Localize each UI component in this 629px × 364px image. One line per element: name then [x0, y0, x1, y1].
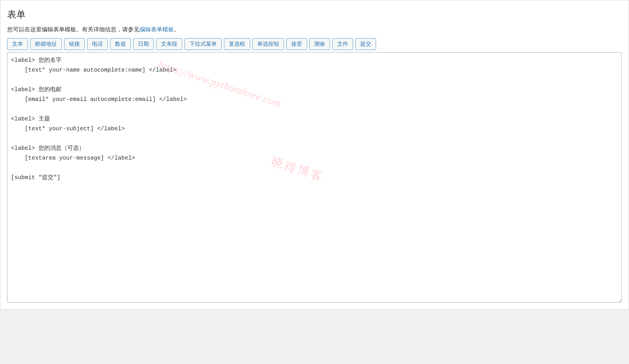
tag-button-file[interactable]: 文件	[332, 38, 353, 50]
description-prefix: 您可以在这里编辑表单模板。有关详细信息，请参见	[7, 26, 139, 32]
tag-button-email[interactable]: 邮箱地址	[30, 38, 62, 50]
tag-button-textarea[interactable]: 文本段	[156, 38, 182, 50]
form-template-textarea[interactable]	[7, 52, 622, 302]
tag-button-quiz[interactable]: 测验	[309, 38, 330, 50]
tag-button-number[interactable]: 数值	[110, 38, 131, 50]
tag-button-radio[interactable]: 单选按钮	[252, 38, 284, 50]
description-suffix: 。	[174, 26, 180, 32]
tag-button-checkbox[interactable]: 复选框	[224, 38, 250, 50]
panel-heading: 表单	[7, 8, 622, 21]
panel-description: 您可以在这里编辑表单模板。有关详细信息，请参见编辑表单模板。	[7, 25, 622, 34]
tag-button-submit[interactable]: 提交	[355, 38, 376, 50]
tag-button-url[interactable]: 链接	[64, 38, 85, 50]
form-editor-panel: 表单 您可以在这里编辑表单模板。有关详细信息，请参见编辑表单模板。 文本 邮箱地…	[0, 0, 629, 310]
tag-button-select[interactable]: 下拉式菜单	[185, 38, 222, 50]
tag-button-acceptance[interactable]: 接受	[286, 38, 307, 50]
tag-button-toolbar: 文本 邮箱地址 链接 电话 数值 日期 文本段 下拉式菜单 复选框 单选按钮 接…	[7, 38, 622, 50]
tag-button-tel[interactable]: 电话	[87, 38, 108, 50]
edit-template-link[interactable]: 编辑表单模板	[139, 26, 174, 32]
tag-button-date[interactable]: 日期	[133, 38, 154, 50]
tag-button-text[interactable]: 文本	[7, 38, 28, 50]
